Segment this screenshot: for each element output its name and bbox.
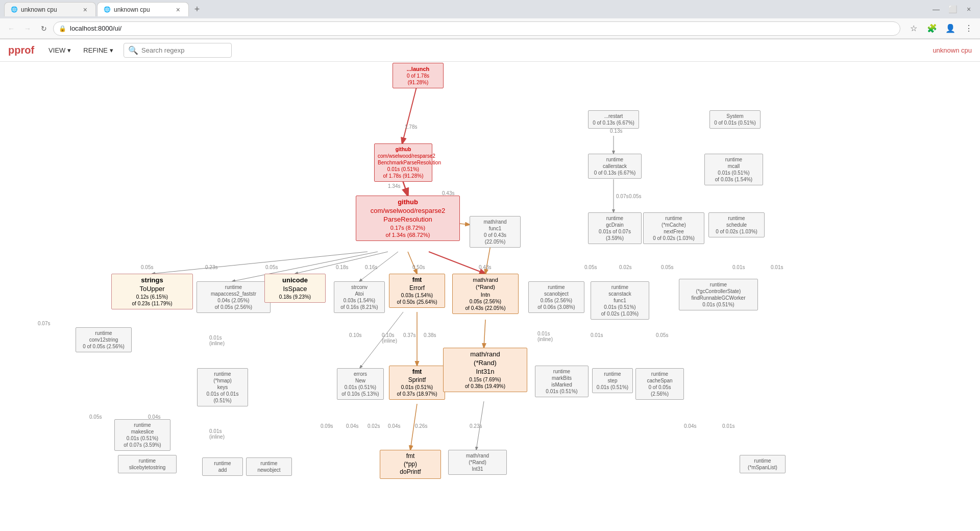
node-runtime-slicebytetostring[interactable]: runtime slicebytetostring [118, 455, 177, 473]
node-runtime-mspanlist[interactable]: runtime (*mSpanList) [740, 455, 786, 473]
app-toolbar: pprof VIEW ▾ REFINE ▾ 🔍 unknown cpu [0, 39, 980, 62]
new-tab-button[interactable]: + [190, 2, 204, 16]
back-button[interactable]: ← [4, 21, 18, 36]
app-logo: pprof [8, 44, 34, 56]
node-runtime-conv12string[interactable]: runtime conv12string 0 of 0.05s (2.56%) [76, 327, 132, 352]
node-runtime-nextfree[interactable]: runtime (*mCache) nextFree 0 of 0.02s (1… [643, 212, 704, 244]
extra-label-1: 0.07s [38, 321, 50, 326]
edge-label-1: 1.78s [405, 124, 417, 130]
node-runtime-scanobject[interactable]: runtime scanobject 0.05s (2.56%) of 0.06… [528, 281, 584, 313]
tab-bar: 🌐 unknown cpu × 🌐 unknown cpu × + — ⬜ × [0, 0, 980, 18]
svg-line-7 [408, 252, 417, 274]
extra-label-6: 0.02s [368, 423, 380, 429]
tab-close-1[interactable]: × [81, 5, 89, 15]
node-gc-controller[interactable]: runtime (*gcControllerState) findRunnabl… [679, 279, 758, 310]
node-math-rand-intn[interactable]: math/rand (*Rand) Intn 0.05s (2.56%) of … [452, 274, 519, 314]
svg-line-8 [429, 252, 485, 274]
security-lock-icon: 🔒 [59, 25, 66, 32]
node-strconv-atoi[interactable]: strconv Atoi 0.03s (1.54%) of 0.16s (8.2… [334, 281, 385, 313]
node-github-parse[interactable]: github com/wselwood/resparse2 ParseResol… [356, 196, 460, 241]
main-content[interactable]: 1.78s 1.34s 0.43s 0.05s 0.23s 0.05s 0.18… [0, 62, 980, 531]
edge-label-r1: 0.13s [610, 128, 622, 134]
edge-label-14: 0.26s [415, 423, 427, 429]
node-runtime-step[interactable]: runtime step 0.01s (0.51%) [592, 368, 633, 393]
edge-label-11: 0.37s [403, 332, 415, 338]
node-runtime-scanstack[interactable]: runtime scanstack func1 0.01s (0.51%) of… [591, 281, 649, 320]
node-runtime-mapaccess2[interactable]: runtime mapaccess2_faststr 0.04s (2.05%)… [197, 281, 271, 313]
tab-icon-2: 🌐 [104, 6, 111, 13]
node-fmt-sprintf[interactable]: fmt Sprintf 0.01s (0.51%) of 0.37s (18.9… [389, 366, 445, 400]
edge-label-15: 0.23s [470, 423, 482, 429]
url-display: localhost:8000/ui/ [70, 25, 121, 32]
node-fmt-doprintf[interactable]: fmt (*pp) doPrintf [380, 450, 441, 479]
edge-label-r7: 0.01s [732, 264, 745, 270]
toolbar-menu: VIEW ▾ REFINE ▾ [44, 44, 117, 56]
node-runtime-cachespan[interactable]: runtime cacheSpan 0 of 0.05s (2.56%) [635, 368, 684, 400]
view-menu-button[interactable]: VIEW ▾ [44, 44, 75, 56]
inline-label-2: 0.10s(inline) [382, 332, 397, 344]
extra-label-7: 0.04s [388, 423, 400, 429]
search-box[interactable]: 🔍 [124, 43, 232, 58]
node-restart[interactable]: ...restart 0 of 0.13s (6.67%) [588, 110, 639, 129]
svg-line-0 [402, 81, 418, 143]
browser-chrome: 🌐 unknown cpu × 🌐 unknown cpu × + — ⬜ × … [0, 0, 980, 39]
svg-line-5 [295, 252, 388, 274]
node-runtime-callstack[interactable]: runtime callerstack 0 of 0.13s (6.67%) [588, 154, 642, 179]
bookmark-button[interactable]: ☆ [906, 21, 921, 36]
tab-1[interactable]: 🌐 unknown cpu × [4, 2, 96, 16]
node-math-rand-func[interactable]: math/rand func1 0 of 0.43s (22.05%) [470, 216, 521, 248]
node-system[interactable]: System 0 of 0.01s (0.51%) [709, 110, 761, 129]
node-runtime-markbits[interactable]: runtime markBits isMarked 0.01s (0.51%) [535, 366, 589, 397]
edge-label-8: 0.16s [365, 264, 377, 270]
node-fmt-errorf[interactable]: fmt Errorf 0.03s (1.54%) of 0.50s (25.64… [389, 274, 445, 308]
node-unicode-isspace[interactable]: unicode IsSpace 0.18s (9.23%) [264, 274, 326, 303]
refine-chevron-icon: ▾ [110, 46, 113, 54]
address-bar[interactable]: 🔒 localhost:8000/ui/ [53, 21, 900, 36]
edge-label-9: 0.50s [412, 264, 425, 270]
edge-label-10: 0.43s [479, 264, 491, 270]
edge-label-r6: 0.05s [661, 264, 673, 270]
tab-title-1: unknown cpu [21, 6, 57, 13]
tab-close-2[interactable]: × [174, 5, 182, 15]
edge-label-r2: 0.07s [616, 194, 628, 199]
search-input[interactable] [141, 46, 227, 54]
refine-menu-button[interactable]: REFINE ▾ [79, 44, 117, 56]
forward-button[interactable]: → [20, 21, 35, 36]
close-button[interactable]: × [962, 2, 976, 16]
node-runtime-keys[interactable]: runtime (*hmap) keys 0.01s of 0.01s (0.5… [197, 368, 248, 406]
node-runtime-schedule[interactable]: runtime schedule 0 of 0.02s (1.03%) [708, 212, 765, 237]
extra-label-5: 0.04s [346, 423, 358, 429]
node-runtime-gcdrain[interactable]: runtime gcDrain 0.01s of 0.07s (3.59%) [588, 212, 642, 244]
edge-label-4: 0.05s [141, 264, 153, 270]
node-errors-new[interactable]: errors New 0.01s (0.51%) of 0.10s (5.13%… [337, 368, 384, 400]
node-runtime-add[interactable]: runtime add [202, 457, 243, 476]
edge-label-r9: 0.01s [591, 332, 603, 338]
menu-button[interactable]: ⋮ [962, 21, 976, 36]
extensions-button[interactable]: 🧩 [925, 21, 939, 36]
node-launch[interactable]: ...launch 0 of 1.78s (91.28%) [393, 63, 444, 88]
edge-label-r5: 0.02s [619, 264, 631, 270]
svg-line-2 [460, 224, 470, 225]
inline-label-3: 0.01s(inline) [537, 331, 553, 342]
node-github-benchmark[interactable]: github com/wselwood/resparse2 BenchmarkP… [374, 143, 432, 182]
node-runtime-makeslice[interactable]: runtime makeslice 0.01s (0.51%) of 0.07s… [114, 419, 170, 451]
node-strings-toupper[interactable]: strings ToUpper 0.12s (6.15%) of 0.23s (… [111, 274, 193, 309]
minimize-button[interactable]: — [929, 2, 943, 16]
svg-line-12 [484, 320, 485, 348]
node-runtime-newobject[interactable]: runtime newobject [246, 457, 292, 476]
extra-label-2: 0.04s [148, 414, 160, 420]
node-runtime-mcall[interactable]: runtime mcall 0.01s (0.51%) of 0.03s (1.… [704, 154, 763, 185]
node-math-rand-int31[interactable]: math/rand (*Rand) Int31 [448, 450, 507, 475]
extra-label-3: 0.05s [89, 414, 102, 420]
edge-label-r10: 0.05s [656, 332, 668, 338]
user-label[interactable]: unknown cpu [933, 46, 972, 54]
tab-title-2: unknown cpu [114, 6, 150, 13]
tab-2[interactable]: 🌐 unknown cpu × [97, 2, 189, 16]
inline-label-1: 0.01s(inline) [209, 335, 225, 346]
edge-label-12: 0.10s [349, 332, 361, 338]
nav-bar: ← → ↻ 🔒 localhost:8000/ui/ ☆ 🧩 👤 ⋮ [0, 18, 980, 39]
refresh-button[interactable]: ↻ [37, 21, 51, 36]
node-math-rand-int31n[interactable]: math/rand (*Rand) Int31n 0.15s (7.69%) o… [443, 348, 527, 392]
maximize-button[interactable]: ⬜ [945, 2, 960, 16]
profile-button[interactable]: 👤 [943, 21, 958, 36]
